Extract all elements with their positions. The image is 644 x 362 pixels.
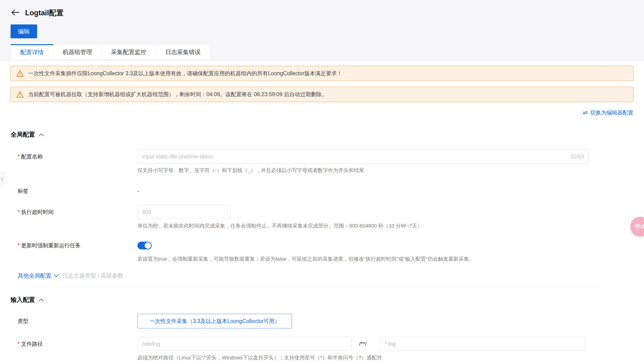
switch-to-editor-link[interactable]: ⇌ 切换为编辑器配置 bbox=[583, 109, 634, 116]
other-global-config-link[interactable]: 其他全局配置 bbox=[18, 272, 59, 279]
collapse-section-icon[interactable] bbox=[39, 133, 44, 136]
alert-expiry: 当前配置可被机器拉取（支持新增机器组或扩大机器组范围），剩余时间：04:09。该… bbox=[10, 87, 634, 102]
language-badge-label: 中A bbox=[634, 222, 644, 231]
file-pattern-input[interactable] bbox=[385, 341, 581, 347]
char-counter: 30/63 bbox=[566, 154, 584, 160]
config-name-input[interactable] bbox=[142, 154, 566, 160]
alert-loongcollector-version: 一次性文件采集插件仅限LoongCollector 3.3及以上版本使用有效，请… bbox=[10, 66, 634, 81]
edit-button[interactable]: 编辑 bbox=[10, 25, 37, 38]
tab-log-errors[interactable]: 日志采集错误 bbox=[156, 44, 210, 60]
section-input-config: 输入配置 bbox=[10, 296, 634, 304]
required-marker: * bbox=[18, 209, 20, 215]
file-path-help: 必须为绝对路径（Linux下以“/”开头，Windows下以盘符开头）；支持使用… bbox=[138, 354, 634, 361]
warning-triangle-icon bbox=[16, 70, 24, 77]
field-label-type: 类型 bbox=[10, 314, 138, 328]
file-pattern-input-wrap bbox=[380, 337, 586, 351]
config-name-input-wrap: 30/63 bbox=[138, 150, 589, 164]
required-marker: * bbox=[18, 154, 20, 160]
file-dir-input-wrap bbox=[138, 337, 352, 351]
field-label-file-path: * 文件路径 bbox=[10, 337, 138, 351]
back-button[interactable] bbox=[10, 8, 20, 18]
force-rerun-toggle[interactable] bbox=[138, 242, 152, 249]
page-title: Logtail配置 bbox=[25, 8, 64, 18]
panel-collapse-handle[interactable] bbox=[0, 172, 4, 187]
required-marker: * bbox=[18, 341, 20, 347]
section-global-config: 全局配置 bbox=[10, 130, 634, 139]
tab-collection-monitor[interactable]: 采集配置监控 bbox=[102, 44, 156, 60]
chevron-left-icon bbox=[1, 177, 3, 182]
other-global-config-hint: 日志主题类型 | 高级参数 bbox=[62, 272, 123, 279]
warning-triangle-icon bbox=[16, 91, 24, 98]
timeout-input-wrap bbox=[138, 205, 231, 219]
toggle-knob bbox=[145, 242, 151, 249]
collect-type-button[interactable]: 一次性文件采集（3.3及以上版本LoongCollector可用） bbox=[138, 314, 292, 328]
main-content: 一次性文件采集插件仅限LoongCollector 3.3及以上版本使用有效，请… bbox=[0, 66, 644, 361]
page-header: Logtail配置 编辑 配置详情 机器组管理 采集配置监控 日志采集错误 bbox=[0, 0, 644, 61]
field-label-tags: 标签 bbox=[10, 187, 138, 195]
required-marker: * bbox=[18, 242, 20, 249]
field-label-force-rerun: * 更新时强制重新运行任务 bbox=[10, 242, 138, 249]
field-label-config-name: * 配置名称 bbox=[10, 150, 138, 164]
collapse-section-icon[interactable] bbox=[39, 298, 44, 302]
section-divider bbox=[18, 286, 596, 287]
tab-config-detail[interactable]: 配置详情 bbox=[10, 44, 53, 60]
swap-arrows-icon: ⇌ bbox=[583, 109, 588, 116]
timeout-help: 单位为秒。若未能在此时间内完成采集，任务会强制停止，不再继续采集未完成部分。范围… bbox=[138, 222, 634, 229]
tab-bar: 配置详情 机器组管理 采集配置监控 日志采集错误 bbox=[10, 44, 644, 60]
config-name-help: 仅支持小写字母、数字、连字符（-）和下划线（_），并且必须以小写字母或者数字作为… bbox=[138, 167, 634, 174]
path-separator: /**/ bbox=[359, 340, 366, 347]
alert-text: 一次性文件采集插件仅限LoongCollector 3.3及以上版本使用有效，请… bbox=[28, 70, 342, 77]
alert-text: 当前配置可被机器拉取（支持新增机器组或扩大机器组范围），剩余时间：04:09。该… bbox=[28, 91, 327, 98]
field-label-timeout: * 执行超时时间 bbox=[10, 205, 138, 219]
force-rerun-help: 若设置为true，会强制重新采集，可能导致数据重复；若设为false，可延续之前… bbox=[138, 255, 634, 263]
tags-value: - bbox=[138, 187, 634, 195]
file-dir-input[interactable] bbox=[142, 341, 347, 347]
back-arrow-icon bbox=[11, 9, 20, 17]
tab-machine-group[interactable]: 机器组管理 bbox=[53, 44, 102, 60]
timeout-input[interactable] bbox=[142, 209, 226, 215]
chevron-down-icon bbox=[54, 274, 59, 277]
